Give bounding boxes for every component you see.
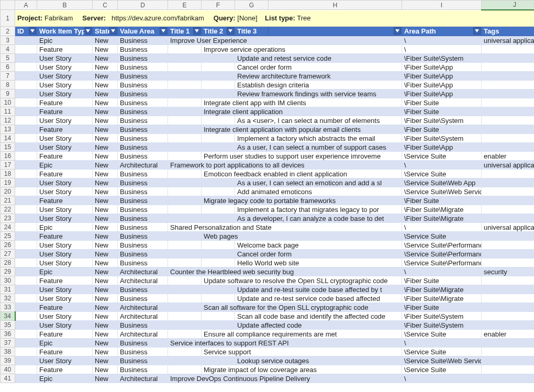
cell-id[interactable] (15, 365, 37, 374)
cell-tags[interactable] (482, 196, 535, 205)
cell-title1[interactable] (168, 241, 202, 250)
table-row[interactable]: 7User StoryNewBusinessReview architectur… (1, 72, 535, 81)
cell-valuearea[interactable]: Business (118, 232, 168, 241)
cell-title2[interactable]: Migrate legacy code to portable framewor… (202, 196, 402, 205)
cell-id[interactable] (15, 143, 37, 152)
table-row[interactable]: 40FeatureNewBusinessMigrate impact of lo… (1, 365, 535, 374)
cell-workitemtype[interactable]: Feature (37, 232, 93, 241)
cell-id[interactable] (15, 45, 37, 54)
table-row[interactable]: 12User StoryNewBusinessAs a <user>, I ca… (1, 116, 535, 125)
cell-workitemtype[interactable]: Feature (37, 196, 93, 205)
cell-valuearea[interactable]: Business (118, 321, 168, 330)
cell-title2[interactable] (202, 143, 235, 152)
cell-tags[interactable] (482, 45, 535, 54)
row-header[interactable]: 17 (1, 161, 15, 170)
cell-state[interactable]: New (93, 365, 118, 374)
cell-workitemtype[interactable]: User Story (37, 356, 93, 365)
cell-areapath[interactable]: \Service Suite\Performance (402, 259, 482, 267)
cell-title2[interactable] (202, 285, 235, 294)
cell-title2[interactable] (202, 312, 235, 321)
row-header[interactable]: 38 (1, 348, 15, 356)
cell-title3[interactable]: Update and re-test service code based af… (235, 294, 402, 303)
cell-state[interactable]: New (93, 63, 118, 72)
cell-state[interactable]: New (93, 89, 118, 98)
cell-tags[interactable]: enabler (482, 152, 535, 161)
cell-tags[interactable] (482, 178, 535, 187)
cell-areapath[interactable]: \Fiber Suite\App (402, 89, 482, 98)
cell-valuearea[interactable]: Business (118, 143, 168, 152)
cell-title2[interactable] (202, 134, 235, 143)
cell-valuearea[interactable]: Business (118, 196, 168, 205)
cell-valuearea[interactable]: Business (118, 205, 168, 214)
cell-state[interactable]: New (93, 259, 118, 267)
cell-title1[interactable] (168, 45, 202, 54)
filter-button[interactable] (394, 27, 401, 35)
header-areapath[interactable]: Area Path (402, 27, 482, 36)
cell-title1[interactable] (168, 330, 202, 339)
row-header[interactable]: 21 (1, 196, 15, 205)
table-row[interactable]: 26User StoryNewBusinessWelcome back page… (1, 241, 535, 250)
cell-areapath[interactable]: \Fiber Suite\System (402, 312, 482, 321)
cell-tags[interactable] (482, 285, 535, 294)
cell-workitemtype[interactable]: Feature (37, 365, 93, 374)
cell-title2[interactable] (202, 241, 235, 250)
cell-state[interactable]: New (93, 294, 118, 303)
cell-state[interactable]: New (93, 330, 118, 339)
cell-id[interactable] (15, 303, 37, 312)
cell-workitemtype[interactable]: User Story (37, 205, 93, 214)
cell-title2[interactable]: Scan all software for the Open SLL crypt… (202, 303, 402, 312)
cell-valuearea[interactable]: Business (118, 365, 168, 374)
cell-valuearea[interactable]: Business (118, 250, 168, 259)
cell-id[interactable] (15, 161, 37, 170)
cell-title1[interactable] (168, 125, 202, 134)
cell-tags[interactable] (482, 81, 535, 89)
header-title2[interactable]: Title 2 (202, 27, 235, 36)
row-header[interactable]: 13 (1, 125, 15, 134)
cell-title1[interactable]: Improve User Experience (168, 36, 402, 45)
cell-areapath[interactable]: \Service Suite (402, 365, 482, 374)
col-J[interactable]: J (482, 1, 535, 10)
cell-title3[interactable]: Implement a factory which abstracts the … (235, 134, 402, 143)
table-row[interactable]: 23User StoryNewBusinessAs a developer, I… (1, 214, 535, 223)
filter-button[interactable] (160, 27, 167, 35)
cell-title1[interactable] (168, 285, 202, 294)
cell-workitemtype[interactable]: Feature (37, 330, 93, 339)
cell-title2[interactable]: Ensure all compliance requirements are m… (202, 330, 402, 339)
cell-valuearea[interactable]: Business (118, 81, 168, 89)
cell-valuearea[interactable]: Business (118, 178, 168, 187)
cell-valuearea[interactable]: Architectural (118, 312, 168, 321)
cell-valuearea[interactable]: Architectural (118, 330, 168, 339)
cell-title2[interactable]: Improve service operations (202, 45, 402, 54)
row-header[interactable]: 31 (1, 285, 15, 294)
cell-id[interactable] (15, 205, 37, 214)
cell-title1[interactable] (168, 312, 202, 321)
cell-areapath[interactable]: \Service Suite\Web Service (402, 356, 482, 365)
cell-title3[interactable]: As a user, I can select an emoticon and … (235, 178, 402, 187)
row-header[interactable]: 5 (1, 54, 15, 63)
header-workitemtype[interactable]: Work Item Type (37, 27, 93, 36)
cell-areapath[interactable]: \Service Suite\Performance (402, 241, 482, 250)
col-D[interactable]: D (118, 1, 168, 10)
cell-title1[interactable]: Shared Personalization and State (168, 223, 402, 232)
cell-valuearea[interactable]: Business (118, 170, 168, 178)
row-header[interactable]: 18 (1, 170, 15, 178)
cell-valuearea[interactable]: Architectural (118, 267, 168, 276)
header-valuearea[interactable]: Value Area (118, 27, 168, 36)
cell-state[interactable]: New (93, 107, 118, 116)
cell-workitemtype[interactable]: User Story (37, 259, 93, 267)
header-tags[interactable]: Tags (482, 27, 535, 36)
header-state[interactable]: State (93, 27, 118, 36)
col-B[interactable]: B (37, 1, 93, 10)
cell-workitemtype[interactable]: User Story (37, 89, 93, 98)
cell-title1[interactable] (168, 54, 202, 63)
row-header[interactable]: 32 (1, 294, 15, 303)
cell-title1[interactable] (168, 107, 202, 116)
cell-valuearea[interactable]: Business (118, 294, 168, 303)
row-header[interactable]: 40 (1, 365, 15, 374)
cell-tags[interactable]: enabler (482, 330, 535, 339)
filter-button[interactable] (84, 27, 92, 35)
cell-state[interactable]: New (93, 250, 118, 259)
filter-button[interactable] (109, 27, 117, 35)
cell-title3[interactable]: Review framework findings with service t… (235, 89, 402, 98)
cell-workitemtype[interactable]: Feature (37, 107, 93, 116)
